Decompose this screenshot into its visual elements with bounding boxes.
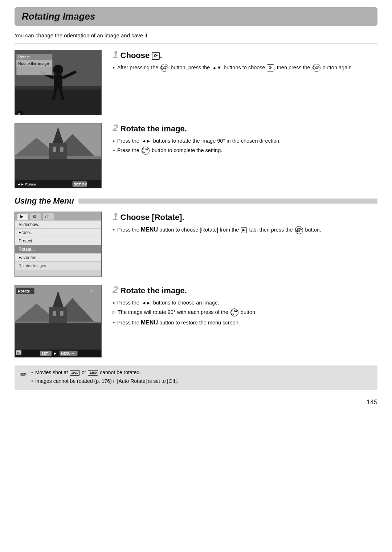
func-set-icon-2: FUNCSET [313,64,320,72]
menu-label-1: MENU [141,226,158,233]
step1-number: 1 [113,50,118,60]
bullet-circle-3: ● [113,148,115,153]
svg-text:MENU ↩: MENU ↩ [61,352,74,355]
cam-body-1: Rotate Rotate this image ⟳ [15,50,101,115]
tag-1280: 1280 [88,370,98,376]
section2-step2-bullet-2-text: The image will rotate 90° with each pres… [118,308,257,316]
section2-heading-row: Using the Menu [15,196,377,206]
pencil-icon: ✏ [20,370,27,379]
note-line-2-text: Images cannot be rotated (p. 176) if [Au… [35,378,178,385]
func-set-icon-5: FUNCSET [230,308,238,316]
section2-step2-title: Rotate the image. [121,286,187,295]
svg-text:SET: SET [41,352,48,355]
rotate-menu-screen: Rotate + AL SET ▶ MENU ↩ [15,285,101,357]
arrows-lr-icon-2: ◄► [142,300,151,306]
heading-bar [78,199,377,204]
svg-rect-52 [15,261,101,262]
section2-step1-row: ▶ 🖼 YT Slideshow... Erase... Protect... [15,212,377,277]
step2-number: 2 [113,123,118,133]
bullet-circle-4: ● [113,227,115,232]
rotate-menu-illustration: Rotate + AL SET ▶ MENU ↩ [15,285,101,357]
svg-text:Slideshow...: Slideshow... [19,222,41,227]
play-tab-icon: ▶ [241,227,247,233]
svg-text:SET OK: SET OK [74,182,88,186]
menu-illustration: ▶ 🖼 YT Slideshow... Erase... Protect... [15,212,101,277]
func-set-icon-3: FUNCSET [142,147,150,155]
bullet-arrow-1: ▷ [113,310,115,315]
intro-text: You can change the orientation of an ima… [15,32,377,38]
svg-text:+: + [90,289,93,294]
svg-rect-46 [15,245,101,245]
svg-text:Rotate: Rotate [18,289,30,293]
step2-header: 2 Rotate the image. [113,123,377,134]
section2-step1-bullet-1: ● Press the MENU button to choose [Rotat… [113,226,377,234]
note-line-1: • Movies shot at 1920 or 1280 cannot be … [31,369,372,376]
svg-rect-61 [53,311,56,316]
section2-step2-bullet-1-text: Press the ◄► buttons to choose an image. [117,299,219,306]
note-box: ✏ • Movies shot at 1920 or 1280 cannot b… [15,365,377,390]
arrows-updown-icon: ▲▼ [212,65,221,71]
section1-step2-content: 2 Rotate the image. ● Press the ◄► butto… [113,123,377,157]
func-set-icon-1: FUNCSET [160,64,168,72]
section1-step1-content: 1 Choose ⟳. ● After pressing the FUNCSET… [113,50,377,74]
svg-text:AL: AL [17,352,20,354]
note-bullet-1: • [31,369,33,376]
note-line-2: • Images cannot be rotated (p. 176) if [… [31,378,372,385]
svg-text:Favorites...: Favorites... [19,255,40,260]
svg-text:▶: ▶ [20,214,24,218]
svg-rect-4 [54,74,62,89]
svg-text:Protect...: Protect... [19,238,36,244]
section2-step1-title: Choose [Rotate]. [121,213,184,222]
tag-1920: 1920 [70,370,80,376]
note-content: • Movies shot at 1920 or 1280 cannot be … [31,369,372,386]
menu-screen: ▶ 🖼 YT Slideshow... Erase... Protect... [15,212,101,277]
section2-step1-bullet-1-text: Press the MENU button to choose [Rotate]… [117,226,321,234]
svg-text:Rotate this image: Rotate this image [18,61,49,66]
step1-bullet-1: ● After pressing the FUNCSET button, pre… [113,64,377,72]
section2-step2-row: Rotate + AL SET ▶ MENU ↩ 2 Rotat [15,285,377,357]
section2-step2-bullets: ● Press the ◄► buttons to choose an imag… [113,299,377,327]
step1-header: 1 Choose ⟳. [113,50,377,60]
menu-label-2: MENU [141,319,158,326]
step1-bullet-1-text: After pressing the FUNCSET button, press… [117,64,353,72]
note-bullet-2: • [31,378,33,385]
note-line-1-text: Movies shot at 1920 or 1280 cannot be ro… [35,369,141,376]
step1-title: Choose ⟳. [121,51,162,60]
bullet-circle-2: ● [113,138,115,144]
step2-bullet-1-text: Press the ◄► buttons to rotate the image… [117,137,281,144]
svg-rect-62 [60,311,64,316]
page-title: Rotating Images [22,11,370,22]
svg-text:Erase...: Erase... [19,230,33,235]
svg-rect-40 [15,228,101,229]
svg-rect-43 [15,237,101,237]
svg-text:Rotates images: Rotates images [19,263,46,268]
section2-step2-bullet-3-text: Press the MENU button to restore the men… [117,319,240,327]
bullet-circle-5: ● [113,300,115,306]
bullet-circle-6: ● [113,320,115,325]
svg-point-3 [53,65,63,75]
svg-rect-23 [60,147,64,152]
svg-text:Rotate...: Rotate... [19,247,35,252]
section2-step1-content: 1 Choose [Rotate]. ● Press the MENU butt… [113,212,377,236]
church-screen-1: ◄► Rotate SET OK [15,123,101,188]
section2-step2-header: 2 Rotate the image. [113,285,377,295]
step1-bullets: ● After pressing the FUNCSET button, pre… [113,64,377,72]
arrows-lr-icon-1: ◄► [142,138,151,144]
section2-step2-bullet-1: ● Press the ◄► buttons to choose an imag… [113,299,377,306]
svg-rect-59 [49,307,67,323]
section2-step1-header: 1 Choose [Rotate]. [113,212,377,222]
svg-text:⟳: ⟳ [18,112,21,115]
bullet-circle-1: ● [113,65,115,70]
step2-bullet-2: ● Press the FUNCSET button to complete t… [113,147,377,155]
step2-image: ◄► Rotate SET OK [15,123,102,188]
step2-title: Rotate the image. [121,124,187,134]
step2-menu-image: Rotate + AL SET ▶ MENU ↩ [15,285,102,357]
section-divider-top [15,44,377,44]
svg-rect-22 [53,147,56,152]
func-set-icon-4: FUNCSET [295,226,303,234]
section2-step1-number: 1 [113,212,118,222]
svg-text:🖼: 🖼 [33,214,37,218]
section2-heading: Using the Menu [15,196,74,206]
step2-bullet-2-text: Press the FUNCSET button to complete the… [117,147,222,155]
menu-image: ▶ 🖼 YT Slideshow... Erase... Protect... [15,212,102,277]
